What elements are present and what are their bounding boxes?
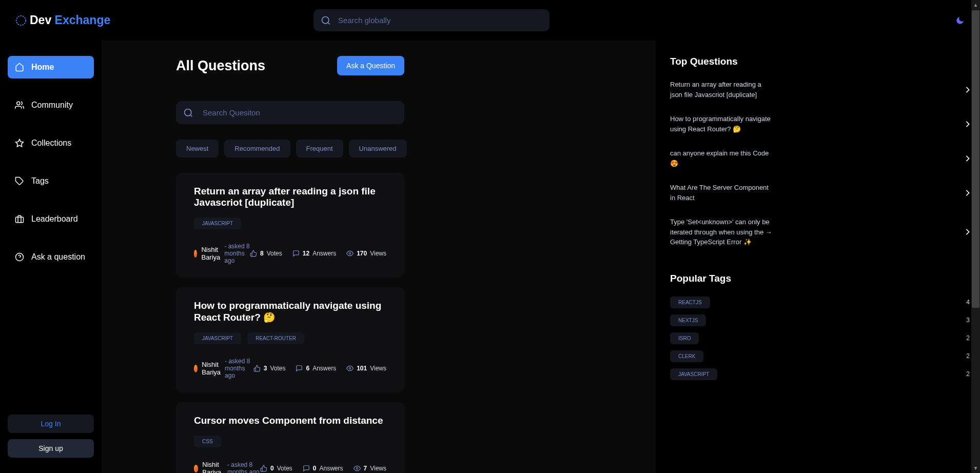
thumbsup-icon	[253, 365, 261, 372]
sidebar-item-ask[interactable]: Ask a question	[8, 246, 94, 268]
global-search-input[interactable]	[313, 9, 550, 31]
question-stats: 3 Votes 6 Answers 101 View	[253, 365, 386, 372]
message-icon	[296, 365, 303, 372]
author-name: Nishit Bariya	[202, 361, 221, 376]
scrollbar-track[interactable]: ▲ ▼	[971, 0, 980, 473]
top-question-item[interactable]: can anyone explain me this Code 😍	[670, 148, 970, 168]
sidebar-item-tags[interactable]: Tags	[8, 170, 94, 192]
popular-tag-item[interactable]: CLERK 2	[670, 350, 970, 362]
theme-toggle-icon[interactable]	[955, 16, 965, 25]
login-button[interactable]: Log In	[8, 415, 94, 433]
sidebar-item-leaderboard[interactable]: Leaderboard	[8, 208, 94, 230]
popular-tag-item[interactable]: JAVASCRIPT 2	[670, 368, 970, 380]
question-footer: Nishit Bariya - asked 8 months ago 3 Vot…	[194, 358, 386, 379]
tag-count: 3	[966, 317, 970, 324]
briefcase-icon	[15, 214, 24, 224]
sidebar-auth: Log In Sign up	[8, 415, 94, 458]
avatar	[194, 465, 198, 472]
question-card: Cursor moves Component from distance CSS…	[176, 402, 404, 473]
question-tags: JAVASCRIPT	[194, 218, 386, 229]
thumbsup-icon	[260, 465, 267, 472]
author-info[interactable]: Nishit Bariya - asked 8 months ago	[194, 243, 250, 264]
chevron-right-icon	[966, 155, 970, 162]
question-search-container	[176, 101, 404, 124]
popular-tag-item[interactable]: NEXTJS 3	[670, 314, 970, 326]
top-questions-title: Top Questions	[670, 56, 970, 67]
sidebar-item-home[interactable]: Home	[8, 56, 94, 78]
question-tag[interactable]: REACT-ROUTER	[247, 332, 304, 344]
star-icon	[15, 139, 24, 148]
tag-icon	[15, 176, 24, 186]
svg-point-11	[349, 252, 351, 254]
top-question-item[interactable]: What Are The Server Component in React	[670, 183, 970, 203]
question-title[interactable]: Cursor moves Component from distance	[194, 415, 386, 426]
popular-tag: ISRO	[670, 332, 699, 344]
question-card: How to programmatically navigate using R…	[176, 287, 404, 392]
stat-views: 7 Views	[354, 465, 386, 472]
author-info[interactable]: Nishit Bariya - asked 8 months ago	[194, 461, 260, 473]
stat-answers: 6 Answers	[296, 365, 336, 372]
popular-tag: REACTJS	[670, 297, 710, 308]
popular-tags-section: Popular Tags REACTJS 4 NEXTJS 3 ISRO 2 C…	[670, 273, 970, 380]
app-header: Dev Exchange	[0, 0, 980, 41]
question-tag[interactable]: CSS	[194, 436, 221, 447]
scrollbar-thumb[interactable]	[972, 10, 979, 308]
eye-icon	[346, 365, 354, 372]
sidebar-label: Collections	[31, 139, 71, 148]
sidebar-item-community[interactable]: Community	[8, 94, 94, 116]
top-question-item[interactable]: How to programmatically navigate using R…	[670, 114, 970, 134]
sidebar-label: Leaderboard	[31, 214, 78, 224]
main-content: All Questions Ask a Question Newest Reco…	[102, 41, 656, 473]
question-search-input[interactable]	[176, 101, 404, 124]
author-info[interactable]: Nishit Bariya - asked 8 months ago	[194, 358, 253, 379]
question-tag[interactable]: JAVASCRIPT	[194, 218, 241, 229]
filter-frequent[interactable]: Frequent	[296, 140, 343, 157]
filter-recommended[interactable]: Recommended	[224, 140, 290, 157]
question-footer: Nishit Bariya - asked 8 months ago 0 Vot…	[194, 461, 386, 473]
question-title[interactable]: Return an array after reading a json fil…	[194, 186, 386, 208]
top-question-item[interactable]: Return an array after reading a json fil…	[670, 80, 970, 100]
stat-views: 101 Views	[346, 365, 386, 372]
eye-icon	[346, 250, 354, 257]
question-stats: 0 Votes 0 Answers 7 Views	[260, 465, 386, 472]
stat-views: 170 Views	[346, 250, 386, 257]
svg-rect-6	[16, 217, 24, 223]
right-sidebar: Top Questions Return an array after read…	[656, 41, 980, 473]
sidebar-item-collections[interactable]: Collections	[8, 132, 94, 154]
question-footer: Nishit Bariya - asked 8 months ago 8 Vot…	[194, 243, 386, 264]
svg-point-1	[322, 16, 328, 23]
popular-tag-item[interactable]: ISRO 2	[670, 332, 970, 344]
popular-tag-item[interactable]: REACTJS 4	[670, 297, 970, 308]
author-name: Nishit Bariya	[202, 461, 223, 473]
users-icon	[15, 101, 24, 110]
question-title[interactable]: How to programmatically navigate using R…	[194, 300, 386, 323]
tag-count: 2	[966, 352, 970, 360]
scrollbar-arrow-down[interactable]: ▼	[972, 464, 979, 472]
signup-button[interactable]: Sign up	[8, 439, 94, 458]
filter-newest[interactable]: Newest	[176, 140, 219, 157]
popular-tag: JAVASCRIPT	[670, 368, 717, 380]
logo-text: Dev Exchange	[30, 13, 110, 27]
left-sidebar: Home Community Collections Tags Leaderbo…	[0, 41, 102, 473]
logo[interactable]: Dev Exchange	[15, 13, 110, 27]
question-tag[interactable]: JAVASCRIPT	[194, 332, 241, 344]
popular-tag: CLERK	[670, 350, 703, 362]
stat-votes: 0 Votes	[260, 465, 292, 472]
scrollbar-arrow-up[interactable]: ▲	[972, 1, 979, 9]
author-name: Nishit Bariya	[201, 246, 220, 261]
chevron-right-icon	[966, 229, 970, 235]
svg-line-2	[328, 22, 330, 24]
sidebar-label: Ask a question	[31, 252, 85, 262]
sidebar-label: Community	[31, 101, 73, 110]
question-icon	[15, 252, 24, 262]
filter-unanswered[interactable]: Unanswered	[349, 140, 407, 157]
stat-votes: 3 Votes	[253, 365, 286, 372]
top-question-item[interactable]: Type 'Set<unknown>' can only be iterated…	[670, 217, 970, 247]
filter-tabs: Newest Recommended Frequent Unanswered	[176, 140, 404, 157]
sidebar-label: Tags	[31, 176, 49, 186]
ask-question-button[interactable]: Ask a Question	[337, 56, 404, 75]
svg-point-3	[17, 102, 20, 105]
thumbsup-icon	[250, 250, 257, 257]
svg-point-9	[185, 109, 191, 115]
search-icon	[321, 15, 331, 26]
